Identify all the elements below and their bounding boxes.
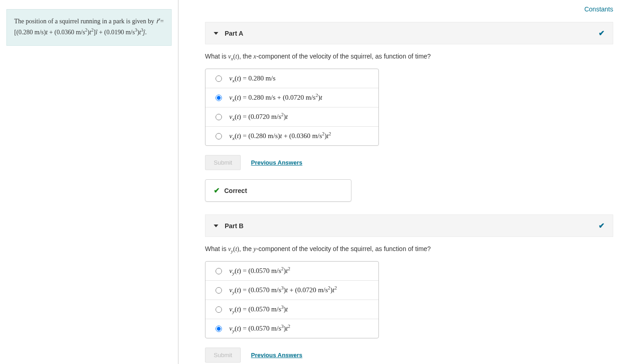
part-a-choice[interactable]: vx(t) = (0.280 m/s)t + (0.0360 m/s2)t2 — [205, 127, 378, 145]
part-b-choice[interactable]: vy(t) = (0.0570 m/s2)t2 — [205, 262, 378, 281]
constants-link[interactable]: Constants — [584, 5, 613, 13]
check-icon: ✔ — [599, 221, 604, 230]
part-b-title: Part B — [225, 222, 243, 230]
radio-input[interactable] — [216, 95, 222, 101]
choice-label: vx(t) = 0.280 m/s + (0.0720 m/s2)t — [229, 94, 322, 102]
choice-label: vy(t) = (0.0570 m/s3)t2 — [229, 325, 290, 332]
choice-label: vx(t) = 0.280 m/s — [229, 75, 275, 82]
caret-down-icon — [214, 32, 218, 35]
part-b-question: What is vy(t), the y-component of the ve… — [205, 245, 613, 253]
part-a-header[interactable]: Part A ✔ — [205, 22, 613, 44]
result-correct: ✔ Correct — [205, 179, 351, 202]
previous-answers-link[interactable]: Previous Answers — [251, 352, 302, 359]
choice-label: vy(t) = (0.0570 m/s3)t + (0.0720 m/s2)t2 — [229, 286, 337, 294]
problem-statement: The position of a squirrel running in a … — [6, 9, 172, 46]
part-a-choice[interactable]: vx(t) = 0.280 m/s — [205, 69, 378, 88]
choice-label: vx(t) = (0.280 m/s)t + (0.0360 m/s2)t2 — [229, 132, 331, 140]
radio-input[interactable] — [216, 268, 222, 274]
part-b-choices: vy(t) = (0.0570 m/s2)t2 vy(t) = (0.0570 … — [205, 261, 379, 338]
choice-label: vx(t) = (0.0720 m/s2)t — [229, 113, 288, 121]
main-content: Constants Part A ✔ What is vx(t), the x-… — [178, 0, 626, 364]
top-links: Constants — [205, 5, 613, 13]
radio-input[interactable] — [216, 114, 222, 120]
part-a-title: Part A — [225, 30, 243, 37]
previous-answers-link[interactable]: Previous Answers — [251, 159, 302, 166]
part-b-choice[interactable]: vy(t) = (0.0570 m/s3)t — [205, 300, 378, 319]
radio-input[interactable] — [216, 75, 222, 82]
choice-label: vy(t) = (0.0570 m/s3)t — [229, 305, 288, 313]
part-a-choice[interactable]: vx(t) = 0.280 m/s + (0.0720 m/s2)t — [205, 88, 378, 107]
radio-input[interactable] — [216, 306, 222, 313]
part-a: Part A ✔ What is vx(t), the x-component … — [205, 22, 613, 202]
part-a-choices: vx(t) = 0.280 m/s vx(t) = 0.280 m/s + (0… — [205, 69, 379, 146]
radio-input[interactable] — [216, 326, 222, 332]
check-icon: ✔ — [599, 29, 604, 37]
part-a-question: What is vx(t), the x-component of the ve… — [205, 53, 613, 60]
part-b-choice[interactable]: vy(t) = (0.0570 m/s3)t + (0.0720 m/s2)t2 — [205, 281, 378, 300]
radio-input[interactable] — [216, 133, 222, 139]
part-b: Part B ✔ What is vy(t), the y-component … — [205, 214, 613, 363]
part-b-header[interactable]: Part B ✔ — [205, 214, 613, 237]
radio-input[interactable] — [216, 287, 222, 294]
result-label: Correct — [224, 187, 247, 194]
part-b-choice[interactable]: vy(t) = (0.0570 m/s3)t2 — [205, 319, 378, 338]
problem-sidebar: The position of a squirrel running in a … — [0, 0, 178, 364]
caret-down-icon — [214, 225, 218, 227]
part-a-choice[interactable]: vx(t) = (0.0720 m/s2)t — [205, 107, 378, 127]
choice-label: vy(t) = (0.0570 m/s2)t2 — [229, 267, 290, 275]
check-icon: ✔ — [214, 186, 220, 195]
submit-button[interactable]: Submit — [205, 155, 241, 170]
submit-button[interactable]: Submit — [205, 348, 241, 363]
